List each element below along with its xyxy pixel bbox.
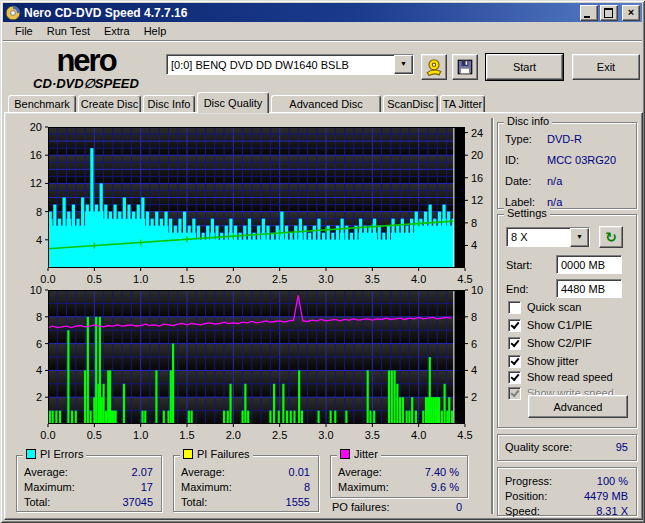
stats-row: Maximum:17 — [24, 481, 153, 495]
svg-text:4.5: 4.5 — [457, 429, 472, 441]
tab-disc-quality[interactable]: Disc Quality — [197, 92, 269, 113]
speed-select-dropdown-button[interactable]: ▼ — [570, 228, 589, 247]
svg-text:4: 4 — [36, 234, 42, 246]
disc-info-label: Date: — [505, 175, 547, 189]
close-icon: × — [623, 5, 639, 19]
checkbox-box[interactable] — [508, 301, 521, 314]
settings-title: Settings — [504, 207, 550, 219]
speed-select[interactable]: 8 X ▼ — [506, 227, 590, 247]
stats-box-pi-failures: PI FailuresAverage:0.01Maximum:8Total:15… — [173, 455, 319, 512]
stats-box-title-text: PI Errors — [40, 448, 83, 460]
checkbox-box[interactable] — [508, 387, 521, 400]
disc-info-value: n/a — [547, 175, 562, 189]
progress-box: Progress:100 %Position:4479 MBSpeed:8.31… — [497, 467, 637, 516]
svg-text:16: 16 — [30, 149, 42, 161]
minimize-icon — [584, 16, 590, 18]
end-field-label: End: — [506, 283, 529, 295]
disc-info-value: DVD-R — [547, 133, 582, 147]
svg-text:24: 24 — [471, 127, 483, 139]
eject-disc-button[interactable] — [421, 54, 447, 80]
refresh-speeds-button[interactable]: ↻ — [599, 226, 623, 248]
stats-value: 1555 — [286, 496, 310, 510]
disc-info-row: ID:MCC 03RG20 — [505, 154, 628, 168]
drive-select[interactable]: [0:0] BENQ DVD DD DW1640 BSLB ▼ — [166, 54, 414, 75]
progress-row: Position:4479 MB — [505, 490, 628, 504]
close-button[interactable]: × — [622, 5, 640, 21]
exit-button[interactable]: Exit — [572, 54, 640, 80]
menu-item-file[interactable]: File — [8, 23, 40, 39]
settings-box: Settings 8 X ▼ ↻ Start: 0000 MB End: 448… — [497, 214, 637, 428]
checkbox-box[interactable] — [508, 319, 521, 332]
stats-value: 37045 — [122, 496, 153, 510]
checkbox-quick-scan[interactable]: Quick scan — [508, 300, 581, 314]
checkbox-show-c1-pie[interactable]: Show C1/PIE — [508, 318, 592, 332]
quality-score-box: Quality score: 95 — [497, 434, 637, 461]
stats-row: Average:7.40 % — [338, 466, 459, 480]
tab-disc-info[interactable]: Disc Info — [143, 95, 195, 113]
drive-select-dropdown-button[interactable]: ▼ — [394, 55, 413, 74]
refresh-icon: ↻ — [605, 230, 617, 244]
svg-text:2.0: 2.0 — [226, 429, 241, 441]
advanced-button[interactable]: Advanced — [528, 395, 628, 418]
checkbox-label: Show C1/PIE — [527, 319, 592, 331]
app-window: { "window": {"title": "Nero CD-DVD Speed… — [0, 0, 645, 523]
progress-label: Speed: — [505, 505, 540, 519]
tab-advanced-disc-quality[interactable]: Advanced Disc Quality — [271, 95, 381, 113]
quality-score-value: 95 — [616, 441, 628, 455]
menu-item-extra[interactable]: Extra — [97, 23, 137, 39]
menu-item-help[interactable]: Help — [137, 23, 174, 39]
stats-row: Average:0.01 — [181, 466, 310, 480]
svg-text:2.5: 2.5 — [272, 429, 287, 441]
svg-text:0.5: 0.5 — [87, 429, 102, 441]
start-position-field[interactable]: 0000 MB — [556, 255, 622, 274]
checkbox-show-c2-pif[interactable]: Show C2/PIF — [508, 336, 592, 350]
minimize-button[interactable] — [580, 5, 598, 21]
checkbox-box[interactable] — [508, 355, 521, 368]
legend-swatch — [340, 449, 350, 459]
checkbox-show-jitter[interactable]: Show jitter — [508, 354, 578, 368]
stats-value: 9.6 % — [431, 481, 459, 495]
checkbox-box[interactable] — [508, 371, 521, 384]
menu-bar: FileRun TestExtraHelp — [3, 22, 642, 41]
tab-ta-jitter[interactable]: TA Jitter — [440, 95, 485, 113]
stats-label: Average: — [338, 466, 382, 480]
cd-dvd-speed-logo-text: CD·DVD∅SPEED — [12, 77, 160, 90]
start-button[interactable]: Start — [486, 54, 563, 80]
checkbox-label: Show jitter — [527, 355, 578, 367]
svg-text:8: 8 — [471, 311, 477, 323]
stats-label: Total: — [24, 496, 50, 510]
legend-swatch — [183, 449, 193, 459]
svg-text:1.5: 1.5 — [179, 429, 194, 441]
maximize-button[interactable] — [600, 5, 618, 21]
stats-value: 17 — [141, 481, 153, 495]
stats-row: Maximum:8 — [181, 481, 310, 495]
eject-disc-icon — [425, 58, 443, 76]
progress-row: Speed:8.31 X — [505, 505, 628, 519]
tab-scandisc[interactable]: ScanDisc — [383, 95, 438, 113]
stats-box-jitter: JitterAverage:7.40 %Maximum:9.6 % — [330, 455, 468, 498]
checkbox-show-read-speed[interactable]: Show read speed — [508, 370, 613, 384]
end-position-field[interactable]: 4480 MB — [556, 279, 622, 298]
chevron-down-icon: ▼ — [400, 60, 407, 67]
stats-box-title: Jitter — [337, 448, 381, 460]
checkbox-box[interactable] — [508, 337, 521, 350]
menu-item-run-test[interactable]: Run Test — [40, 23, 97, 39]
title-bar[interactable]: Nero CD-DVD Speed 4.7.7.16 × — [3, 3, 642, 22]
svg-text:6: 6 — [36, 338, 42, 350]
svg-text:4: 4 — [36, 364, 42, 376]
panel-divider — [491, 118, 493, 514]
disc-info-label: Type: — [505, 133, 547, 147]
svg-text:2: 2 — [36, 391, 42, 403]
stats-label: Maximum: — [181, 481, 232, 495]
tab-benchmark[interactable]: Benchmark — [8, 95, 76, 113]
progress-label: Progress: — [505, 475, 552, 489]
svg-text:8: 8 — [36, 311, 42, 323]
checkbox-label: Quick scan — [527, 301, 581, 313]
svg-text:10: 10 — [30, 284, 42, 296]
stats-label: Average: — [24, 466, 68, 480]
svg-text:4: 4 — [471, 364, 477, 376]
pi-errors-chart: 4812162048121620240.00.51.01.52.02.53.03… — [10, 118, 492, 286]
tab-create-disc[interactable]: Create Disc — [78, 95, 141, 113]
save-button[interactable] — [452, 54, 478, 80]
po-failures-value: 0 — [456, 501, 462, 513]
